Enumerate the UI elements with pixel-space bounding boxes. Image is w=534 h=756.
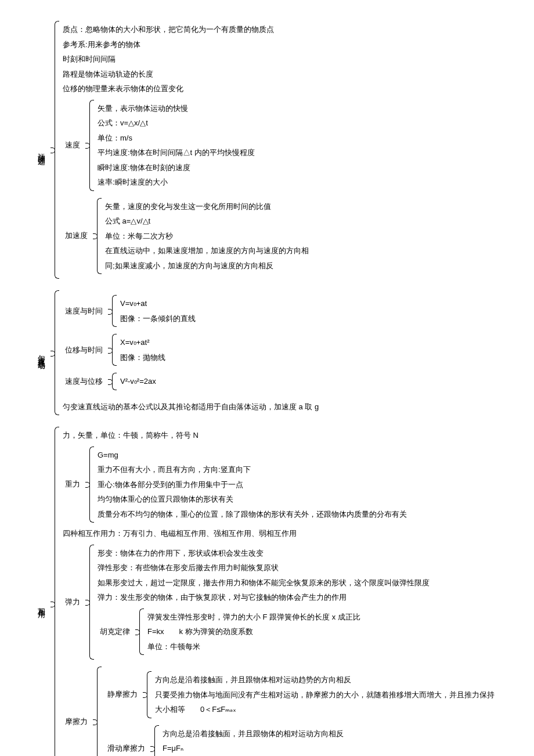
group-static-friction: 静摩擦力 方向总是沿着接触面，并且跟物体相对运动趋势的方向相反 只要受推力物体与…	[105, 671, 495, 718]
group-sliding-friction: 滑动摩擦力 方向总是沿着接触面，并且跟物体的相对运动方向相反 F=μFₙ μ是比…	[105, 725, 495, 757]
leaf-text: 速率:瞬时速度的大小	[98, 175, 255, 190]
leaf-text: 大小相等 0＜F≤Fₘₐₓ	[155, 702, 495, 717]
leaf-text: 形变：物体在力的作用下，形状或体积会发生改变	[98, 546, 430, 561]
brace-icon	[86, 100, 94, 191]
leaf-text: 弹力：发生形变的物体，由于恢复原状，对与它接触的物体会产生力的作用	[98, 590, 430, 605]
leaf-text: 矢量，表示物体运动的快慢	[98, 101, 255, 116]
group-label: 重力	[63, 478, 82, 491]
leaf-text: G=mg	[98, 448, 407, 463]
brace-icon	[51, 427, 59, 756]
leaf-text: 重心:物体各部分受到的重力作用集中于一点	[98, 477, 407, 492]
leaf-text: 四种相互作用力：万有引力、电磁相互作用、强相互作用、弱相互作用	[63, 526, 495, 541]
group-elastic: 弹力 形变：物体在力的作用下，形状或体积会发生改变 弹性形变：有些物体在形变后撤…	[63, 545, 495, 660]
group-label: 速度与位移	[63, 375, 105, 388]
brace-icon	[136, 609, 144, 656]
leaf-text: 参考系:用来参考的物体	[63, 37, 309, 52]
group-x-t: 位移与时间 X=v₀+at² 图像：抛物线	[63, 334, 319, 366]
group-v-t: 速度与时间 V=v₀+at 图像：一条倾斜的直线	[63, 295, 319, 327]
leaf-text: 单位：牛顿每米	[147, 639, 360, 654]
group-label: 速度与时间	[63, 305, 105, 318]
leaf-text: 质量分布不均匀的物体，重心的位置，除了跟物体的形状有关外，还跟物体内质量的分布有…	[98, 507, 407, 522]
section-uniform-acceleration: 匀变速直线运动 速度与时间 V=v₀+at 图像：一条倾斜的直线 位移与时间 X…	[35, 290, 522, 415]
section-motion-description: 运动的描述 质点：忽略物体的大小和形状，把它简化为一个有质量的物质点 参考系:用…	[35, 21, 522, 279]
leaf-text: 公式 a=△v/△t	[105, 214, 309, 229]
leaf-text: 匀变速直线运动的基本公式以及其推论都适用于自由落体运动，加速度 a 取 g	[63, 399, 319, 415]
leaf-text: 力，矢量，单位：牛顿，简称牛，符号 N	[63, 428, 495, 443]
leaf-text: 瞬时速度:物体在时刻的速度	[98, 160, 255, 175]
brace-icon	[93, 198, 102, 275]
leaf-text: 方向总是沿着接触面，并且跟物体的相对运动方向相反	[163, 726, 344, 741]
leaf-text: 在直线运动中，如果速度增加，加速度的方向与速度的方向相	[105, 243, 309, 258]
leaf-text: V=v₀+at	[120, 296, 196, 311]
brace-icon	[109, 373, 117, 390]
leaf-text: 路程是物体运动轨迹的长度	[63, 67, 309, 82]
brace-icon	[109, 334, 117, 366]
leaf-text: 单位：米每二次方秒	[105, 229, 309, 244]
brace-icon	[151, 725, 159, 757]
brace-icon	[93, 667, 102, 756]
group-hooke: 胡克定律 弹簧发生弹性形变时，弹力的大小 F 跟弹簧伸长的长度 x 成正比 F=…	[98, 609, 430, 656]
leaf-text: 如果形变过大，超过一定限度，撤去作用力和物体不能完全恢复原来的形状，这个限度叫做…	[98, 575, 430, 591]
group-label: 位移与时间	[63, 344, 105, 357]
section-title: 运动的描述	[35, 145, 48, 155]
group-label: 弹力	[63, 596, 82, 609]
brace-icon	[86, 447, 94, 523]
leaf-text: 弹性形变：有些物体在形变后撤去作用力时能恢复原状	[98, 560, 430, 575]
leaf-text: 只要受推力物体与地面间没有产生相对运动，静摩擦力的大小，就随着推移增大而增大，并…	[155, 687, 495, 703]
leaf-text: X=v₀+at²	[120, 335, 165, 350]
leaf-text: 平均速度:物体在时间间隔△t 内的平均快慢程度	[98, 145, 255, 160]
leaf-text: 公式：v=△x/△t	[98, 116, 255, 131]
leaf-text: 矢量，速度的变化与发生这一变化所用时间的比值	[105, 199, 309, 214]
leaf-text: 单位：m/s	[98, 131, 255, 146]
section-title: 匀变速直线运动	[35, 347, 48, 359]
leaf-text: 质点：忽略物体的大小和形状，把它简化为一个有质量的物质点	[63, 22, 309, 37]
group-label: 静摩擦力	[105, 688, 140, 701]
leaf-text: 图像：抛物线	[120, 350, 165, 365]
leaf-text: 时刻和时间间隔	[63, 52, 309, 67]
brace-icon	[51, 21, 59, 279]
group-label: 速度	[63, 139, 82, 152]
group-gravity: 重力 G=mg 重力不但有大小，而且有方向，方向:竖直向下 重心:物体各部分受到…	[63, 447, 495, 523]
leaf-text: 方向总是沿着接触面，并且跟物体相对运动趋势的方向相反	[155, 672, 495, 687]
leaf-text: 同;如果速度减小，加速度的方向与速度的方向相反	[105, 258, 309, 273]
group-speed: 速度 矢量，表示物体运动的快慢 公式：v=△x/△t 单位：m/s 平均速度:物…	[63, 100, 309, 191]
leaf-text: 重力不但有大小，而且有方向，方向:竖直向下	[98, 462, 407, 477]
leaf-text: 均匀物体重心的位置只跟物体的形状有关	[98, 492, 407, 507]
brace-icon	[86, 545, 94, 660]
section-title: 相互作用	[35, 599, 48, 609]
leaf-text: F=μFₙ	[163, 741, 344, 756]
group-v-x: 速度与位移 V²-v₀²=2ax	[63, 373, 319, 390]
group-label: 胡克定律	[98, 625, 132, 638]
leaf-text: V²-v₀²=2ax	[120, 374, 156, 389]
section-interaction: 相互作用 力，矢量，单位：牛顿，简称牛，符号 N 重力 G=mg 重力不但有大小…	[35, 427, 522, 756]
group-label: 滑动摩擦力	[105, 742, 147, 755]
leaf-text: F=kx k 称为弹簧的劲度系数	[147, 624, 360, 639]
brace-icon	[51, 290, 59, 415]
brace-icon	[143, 671, 151, 718]
leaf-text: 图像：一条倾斜的直线	[120, 311, 196, 326]
group-label: 加速度	[63, 229, 90, 242]
group-acceleration: 加速度 矢量，速度的变化与发生这一变化所用时间的比值 公式 a=△v/△t 单位…	[63, 198, 309, 275]
leaf-text: 位移的物理量来表示物体的位置变化	[63, 81, 309, 96]
group-friction: 摩擦力 静摩擦力 方向总是沿着接触面，并且跟物体相对运动趋势的方向相反 只要受推…	[63, 667, 495, 756]
brace-icon	[109, 295, 117, 327]
leaf-text: 弹簧发生弹性形变时，弹力的大小 F 跟弹簧伸长的长度 x 成正比	[147, 610, 360, 625]
group-label: 摩擦力	[63, 715, 90, 728]
